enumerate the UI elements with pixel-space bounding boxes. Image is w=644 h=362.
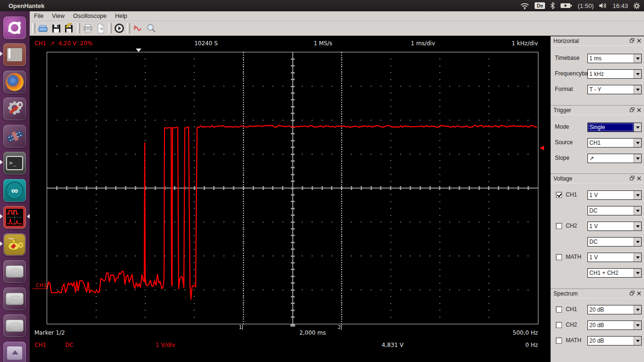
chevron-down-icon[interactable] [634, 139, 641, 147]
marker-2-label[interactable]: 2 [334, 325, 342, 330]
close-panel-button[interactable] [637, 107, 641, 114]
float-panel-button[interactable] [630, 38, 635, 44]
launcher-item-disk-3[interactable] [3, 314, 26, 337]
toolbar-handle[interactable] [32, 23, 35, 33]
chevron-down-icon[interactable] [634, 238, 641, 246]
channel-name-readout: CH1 [34, 342, 46, 348]
spectrum-math-checkbox[interactable] [556, 337, 562, 344]
chevron-down-icon[interactable] [634, 191, 641, 199]
scope-view: CH1 ↗ 4,20 V 20% 10240 S 1 MS/s 1 ms/div… [30, 36, 644, 362]
chevron-down-icon[interactable] [634, 70, 641, 78]
wifi-icon[interactable] [520, 2, 529, 9]
spectrum-ch1-checkbox[interactable] [556, 306, 562, 313]
launcher-item-arduino[interactable]: ∞ [3, 179, 26, 202]
frequencybase-select[interactable]: 1 kHz [587, 69, 642, 79]
digital-phosphor-button[interactable]: A [131, 22, 144, 34]
save-as-button[interactable] [63, 22, 76, 34]
toolbar-handle[interactable] [127, 23, 130, 33]
spectrum-math-select[interactable]: 20 dB [587, 336, 642, 346]
ch1-coupling-select[interactable]: DC [587, 206, 642, 215]
ch2-checkbox[interactable] [556, 223, 562, 229]
ch2-gain-select[interactable]: 1 V [587, 222, 642, 231]
math-mode-select[interactable]: CH1 + CH2 [587, 268, 642, 278]
openhantek-icon [5, 207, 25, 227]
marker-1-label[interactable]: 1 [235, 325, 243, 330]
battery-icon[interactable] [560, 2, 572, 9]
chevron-down-icon[interactable] [634, 305, 641, 314]
clock[interactable]: 16:43 [612, 2, 628, 9]
format-select[interactable]: T - Y [587, 85, 642, 94]
frequency-readout: 0 Hz [491, 342, 538, 348]
keyboard-layout-indicator[interactable]: De [535, 2, 545, 9]
close-panel-button[interactable] [637, 175, 641, 182]
chevron-down-icon[interactable] [634, 321, 641, 329]
math-gain-select[interactable]: 1 V [587, 253, 642, 262]
chevron-down-icon[interactable] [634, 123, 641, 132]
timebase-select[interactable]: 1 ms [587, 54, 642, 63]
panel-trigger: Trigger Mode Single Source CH1 Slope ↗ [551, 105, 644, 173]
open-button[interactable] [36, 22, 50, 34]
toolbar-handle[interactable] [108, 23, 112, 33]
ch1-gain-select[interactable]: 1 V [587, 190, 642, 200]
float-panel-button[interactable] [630, 175, 635, 182]
spectrum-math-label: MATH [566, 337, 581, 344]
spectrum-ch1-select[interactable]: 20 dB [587, 305, 642, 314]
gear-icon[interactable] [633, 2, 640, 9]
float-panel-button[interactable] [630, 290, 635, 297]
panel-spectrum: Spectrum CH1 20 dB CH2 20 dB MATH 20 dB [551, 288, 644, 362]
window-title: OpenHantek [0, 2, 45, 9]
close-panel-button[interactable] [637, 38, 641, 44]
trigger-slope-select[interactable]: ↗ [587, 154, 642, 163]
bluetooth-icon[interactable] [550, 2, 555, 9]
close-panel-button[interactable] [637, 290, 641, 297]
launcher-item-disk-2[interactable] [3, 288, 26, 310]
print-button[interactable] [81, 22, 94, 34]
menu-bar: File View Oscilloscope Help [30, 11, 644, 21]
launcher-item-video-editor[interactable] [3, 125, 26, 148]
chevron-down-icon[interactable] [634, 85, 641, 94]
launcher-item-terminal[interactable]: >_ [3, 152, 26, 174]
chevron-down-icon[interactable] [634, 206, 641, 215]
trigger-level-arrow[interactable] [540, 146, 544, 150]
spectrum-ch2-checkbox[interactable] [556, 322, 562, 328]
launcher-item-system-settings[interactable] [3, 98, 26, 120]
launcher-item-tea-time[interactable]: 〜 [3, 233, 26, 256]
spectrum-ch2-select[interactable]: 20 dB [587, 321, 642, 330]
chevron-down-icon[interactable] [634, 269, 641, 277]
menu-help[interactable]: Help [111, 11, 132, 21]
trigger-source-select[interactable]: CH1 [587, 138, 642, 148]
menu-file[interactable]: File [30, 11, 48, 21]
launcher-pip [0, 241, 3, 246]
zoom-button[interactable] [144, 22, 157, 34]
battery-time[interactable]: (1:50) [578, 2, 594, 9]
launcher-pip-active [0, 214, 3, 219]
chevron-down-icon[interactable] [634, 253, 641, 262]
ch1-checkbox[interactable] [556, 192, 562, 198]
launcher-item-firefox[interactable] [3, 71, 26, 93]
launcher-item-file-cabinet[interactable] [3, 43, 26, 66]
chevron-down-icon[interactable] [634, 154, 641, 163]
ch1-level-marker[interactable]: CH1 [33, 282, 47, 289]
save-button[interactable] [50, 22, 63, 34]
menu-oscilloscope[interactable]: Oscilloscope [69, 11, 111, 21]
start-stop-button[interactable] [113, 22, 126, 34]
launcher-item-openhantek[interactable] [3, 206, 26, 229]
menu-view[interactable]: View [48, 11, 69, 21]
export-button[interactable] [94, 22, 107, 34]
chevron-down-icon[interactable] [634, 54, 641, 63]
volume-icon[interactable] [599, 2, 607, 9]
float-panel-button[interactable] [630, 107, 635, 114]
trigger-mode-select[interactable]: Single [587, 123, 642, 132]
chevron-down-icon[interactable] [634, 222, 641, 230]
chevron-down-icon[interactable] [634, 337, 641, 345]
panel-title: Horizontal [553, 38, 579, 44]
trigger-position-marker[interactable] [136, 49, 141, 52]
math-label: MATH [566, 254, 581, 260]
graticule[interactable] [47, 52, 538, 324]
launcher-item-usb-drive[interactable] [3, 342, 26, 362]
ch2-coupling-select[interactable]: DC [587, 237, 642, 247]
launcher-item-disk-1[interactable] [3, 260, 26, 283]
launcher-item-dash[interactable] [3, 16, 26, 39]
center-axis-tick [290, 324, 295, 327]
math-checkbox[interactable] [556, 254, 562, 260]
